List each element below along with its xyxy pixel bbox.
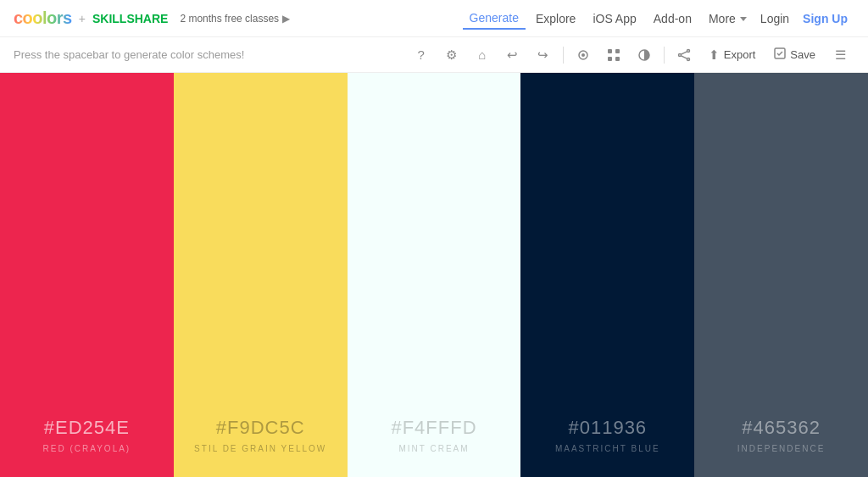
- undo-icon[interactable]: ↩: [498, 41, 527, 69]
- svg-rect-3: [615, 49, 620, 53]
- login-button[interactable]: Login: [754, 8, 796, 29]
- color-hex-2: #F9DC5C: [216, 417, 305, 439]
- svg-rect-4: [608, 57, 612, 61]
- nav-links: Generate Explore iOS App Add-on More: [463, 8, 754, 30]
- divider-2: [664, 47, 665, 64]
- nav-explore[interactable]: Explore: [529, 8, 582, 29]
- svg-point-1: [581, 53, 585, 57]
- divider: [563, 47, 564, 64]
- color-panel-1[interactable]: #ED254E RED (CRAYOLA): [0, 73, 174, 477]
- svg-rect-5: [615, 57, 620, 61]
- nav-addon[interactable]: Add-on: [647, 8, 698, 29]
- hamburger-menu-icon[interactable]: ☰: [826, 41, 854, 69]
- color-panel-5[interactable]: #465362 INDEPENDENCE: [694, 73, 868, 477]
- logo-area: coolors + SKILLSHARE 2 months free class…: [14, 8, 290, 28]
- export-button[interactable]: ⬆ Export: [700, 43, 765, 67]
- redo-icon[interactable]: ↪: [529, 41, 558, 69]
- grid-icon[interactable]: [599, 41, 628, 69]
- view-icon[interactable]: [569, 41, 598, 69]
- coolors-logo[interactable]: coolors: [14, 8, 72, 28]
- svg-line-11: [681, 55, 687, 58]
- promo-text[interactable]: 2 months free classes ▶: [180, 13, 290, 25]
- color-panel-3[interactable]: #F4FFFD MINT CREAM: [348, 73, 521, 477]
- color-name-1: RED (CRAYOLA): [43, 444, 131, 453]
- skillshare-logo[interactable]: SKILLSHARE: [92, 12, 168, 25]
- toolbar: Press the spacebar to generate color sch…: [0, 37, 868, 73]
- toolbar-icons: ? ⚙ ⌂ ↩ ↪: [407, 41, 854, 69]
- color-panel-2[interactable]: #F9DC5C STIL DE GRAIN YELLOW: [174, 73, 348, 477]
- help-icon[interactable]: ?: [407, 41, 436, 69]
- color-hex-3: #F4FFFD: [391, 417, 476, 439]
- color-name-3: MINT CREAM: [398, 444, 469, 453]
- color-name-2: STIL DE GRAIN YELLOW: [194, 444, 326, 453]
- nav-ios-app[interactable]: iOS App: [586, 8, 643, 29]
- header: coolors + SKILLSHARE 2 months free class…: [0, 0, 868, 37]
- chevron-down-icon: [740, 17, 747, 21]
- svg-line-10: [681, 51, 687, 53]
- color-name-5: INDEPENDENCE: [737, 444, 825, 453]
- svg-point-8: [678, 53, 681, 56]
- color-hex-5: #465362: [742, 417, 821, 439]
- signup-button[interactable]: Sign Up: [796, 8, 854, 29]
- nav-generate[interactable]: Generate: [463, 8, 526, 30]
- svg-point-7: [687, 49, 689, 52]
- svg-point-9: [687, 58, 689, 60]
- save-icon: [774, 47, 786, 62]
- color-palette: #ED254E RED (CRAYOLA) #F9DC5C STIL DE GR…: [0, 73, 868, 477]
- share-icon[interactable]: [670, 41, 698, 69]
- nav-more[interactable]: More: [702, 8, 754, 29]
- svg-rect-2: [608, 49, 612, 53]
- contrast-icon[interactable]: [630, 41, 659, 69]
- promo-arrow-icon: ▶: [282, 13, 290, 25]
- color-hex-4: #011936: [568, 417, 647, 439]
- color-hex-1: #ED254E: [44, 417, 130, 439]
- toolbar-hint: Press the spacebar to generate color sch…: [14, 48, 407, 61]
- logo-plus: +: [79, 12, 86, 25]
- settings-icon[interactable]: ⚙: [437, 41, 466, 69]
- home-icon[interactable]: ⌂: [468, 41, 497, 69]
- color-panel-4[interactable]: #011936 MAASTRICHT BLUE: [520, 73, 694, 477]
- color-name-4: MAASTRICHT BLUE: [555, 444, 660, 453]
- export-icon: ⬆: [709, 47, 720, 63]
- save-button[interactable]: Save: [765, 43, 824, 66]
